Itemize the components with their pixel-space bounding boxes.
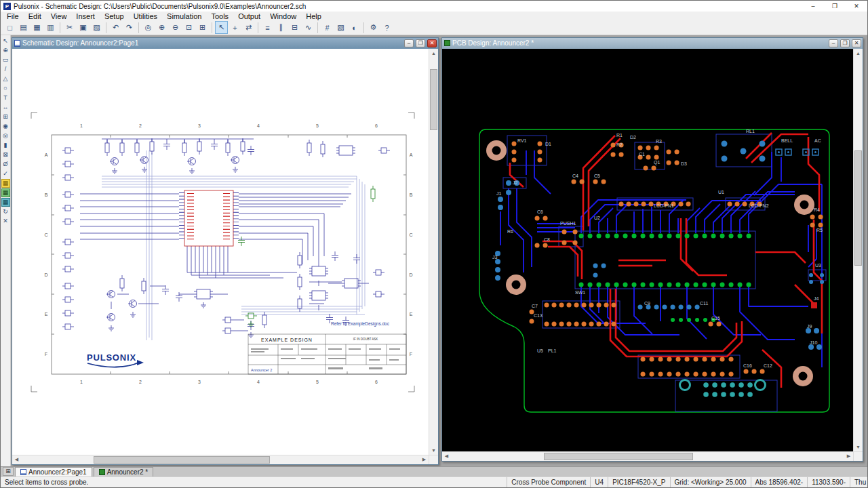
print-icon[interactable]: ▥: [44, 21, 57, 34]
pad-tool-icon[interactable]: ◉: [1, 122, 10, 131]
pcb-hscroll-thumb[interactable]: [544, 453, 693, 460]
pcb-scroll-up-icon[interactable]: ▲: [854, 49, 863, 58]
menu-window[interactable]: Window: [265, 12, 301, 21]
svg-text:3: 3: [198, 380, 201, 384]
schematic-vscroll-thumb[interactable]: [430, 69, 437, 130]
zoom-tool-icon[interactable]: ⊕: [1, 46, 10, 55]
keepout-tool-icon[interactable]: ⊠: [1, 150, 10, 159]
pcb-hscrollbar[interactable]: ◀ ▶: [442, 451, 853, 461]
menu-file[interactable]: File: [2, 12, 24, 21]
schematic-hscroll-thumb[interactable]: [94, 456, 270, 464]
new-file-icon[interactable]: □: [3, 21, 16, 34]
help-icon[interactable]: ?: [380, 21, 393, 34]
component-tool-icon[interactable]: ⊞: [1, 113, 10, 121]
component-icon[interactable]: ⊟: [288, 21, 301, 34]
pcb-canvas[interactable]: RV1 D1 R1 R2 D2 R3 C1 Q1 D3 RL1 BELL: [442, 49, 853, 451]
copper-tool-icon[interactable]: ▮: [1, 141, 10, 150]
nets-icon[interactable]: ≡: [261, 21, 274, 34]
dimension-tool-icon[interactable]: ↔: [1, 103, 10, 112]
paste-icon[interactable]: ▨: [90, 21, 103, 34]
frame-tool-icon[interactable]: ▭: [1, 56, 10, 64]
line-tool-icon[interactable]: /: [1, 65, 10, 74]
via-tool-icon[interactable]: ◎: [1, 131, 10, 140]
copy-icon[interactable]: ▣: [77, 21, 90, 34]
measure-tool-icon[interactable]: Ø: [1, 160, 10, 169]
bus-icon[interactable]: ∥: [275, 21, 288, 34]
schematic-vscrollbar[interactable]: ▲ ▼: [429, 49, 438, 455]
select-mode-icon[interactable]: ↖: [215, 21, 228, 34]
sc-scroll-up-icon[interactable]: ▲: [429, 49, 438, 58]
sc-scroll-down-icon[interactable]: ▼: [429, 446, 438, 455]
colors-icon[interactable]: ◐: [348, 21, 361, 34]
wire-icon[interactable]: ∿: [302, 21, 315, 34]
minimize-button[interactable]: –: [802, 1, 824, 12]
pcb-scroll-right-icon[interactable]: ▶: [844, 452, 853, 461]
zoom-full-icon[interactable]: ⊞: [196, 21, 209, 34]
pcb-ref-label: D3: [681, 161, 687, 166]
cut-icon[interactable]: ✂: [63, 21, 76, 34]
select-tool-icon[interactable]: ↖: [1, 37, 10, 45]
redo-icon[interactable]: ↷: [123, 21, 136, 34]
maximize-button[interactable]: ❐: [824, 1, 846, 12]
settings-icon[interactable]: ⚙: [367, 21, 380, 34]
svg-text:5: 5: [316, 380, 319, 384]
menu-help[interactable]: Help: [301, 12, 326, 21]
circle-tool-icon[interactable]: ○: [1, 84, 10, 93]
layer-green-icon[interactable]: ▦: [1, 188, 10, 197]
tab-announcer2-page1[interactable]: Announcer2:Page1: [15, 467, 92, 476]
pcb-window-titlebar[interactable]: PCB Design: Announcer2 * – ❐ ✕: [442, 38, 863, 49]
schematic-window-titlebar[interactable]: Schematic Design: Announcer2:Page1 – ❐ ✕: [12, 38, 438, 49]
close-button[interactable]: ✕: [846, 1, 867, 12]
layers-icon[interactable]: ▧: [334, 21, 347, 34]
pan-mode-icon[interactable]: +: [229, 21, 241, 34]
tab-panes-button[interactable]: ⊞: [3, 467, 14, 476]
svg-text:3: 3: [198, 123, 201, 128]
delete-tool-icon[interactable]: ✕: [1, 217, 10, 226]
pcb-scroll-left-icon[interactable]: ◀: [442, 452, 451, 461]
svg-text:4: 4: [257, 123, 260, 128]
menu-tools[interactable]: Tools: [206, 12, 233, 21]
schematic-maximize-button[interactable]: ❐: [416, 39, 425, 47]
refresh-tool-icon[interactable]: ↻: [1, 207, 10, 216]
pcb-vscroll-thumb[interactable]: [854, 150, 862, 266]
check-tool-icon[interactable]: ✓: [1, 169, 10, 178]
schematic-close-button[interactable]: ✕: [427, 39, 437, 47]
save-file-icon[interactable]: ▦: [31, 21, 43, 34]
menu-simulation[interactable]: Simulation: [162, 12, 206, 21]
pcb-maximize-button[interactable]: ❐: [840, 39, 850, 47]
svg-text:D: D: [44, 272, 47, 277]
layer-teal-icon[interactable]: ▦: [1, 198, 10, 207]
schematic-canvas[interactable]: 123456 123456 ABCDEF ABCDEF: [12, 49, 429, 455]
find-icon[interactable]: ◎: [142, 21, 155, 34]
zoom-window-icon[interactable]: ⊡: [182, 21, 195, 34]
grid-toggle-icon[interactable]: #: [321, 21, 334, 34]
schematic-hscrollbar[interactable]: ◀ ▶: [12, 455, 429, 464]
svg-text:F: F: [410, 352, 412, 357]
menu-setup[interactable]: Setup: [100, 12, 129, 21]
status-clock: Thu: [850, 477, 867, 487]
sc-scroll-left-icon[interactable]: ◀: [12, 455, 21, 464]
sc-scroll-right-icon[interactable]: ▶: [420, 455, 429, 464]
cross-probe-icon[interactable]: ⇄: [242, 21, 255, 34]
tab-announcer2-pcb[interactable]: Announcer2 *: [94, 467, 154, 476]
svg-text:1: 1: [80, 123, 83, 128]
schematic-minimize-button[interactable]: –: [404, 39, 414, 47]
pcb-minimize-button[interactable]: –: [829, 39, 838, 47]
open-file-icon[interactable]: ▤: [17, 21, 30, 34]
zoom-out-icon[interactable]: ⊖: [169, 21, 182, 34]
menu-insert[interactable]: Insert: [71, 12, 100, 21]
undo-icon[interactable]: ↶: [109, 21, 122, 34]
zoom-in-icon[interactable]: ⊕: [155, 21, 168, 34]
pcb-scroll-down-icon[interactable]: ▼: [854, 443, 863, 451]
pcb-ref-label: D2: [630, 135, 636, 140]
layer-yellow-icon[interactable]: ▦: [1, 179, 10, 188]
polygon-tool-icon[interactable]: △: [1, 75, 10, 83]
pcb-vscrollbar[interactable]: ▲ ▼: [853, 49, 863, 451]
menu-edit[interactable]: Edit: [24, 12, 46, 21]
menu-utilities[interactable]: Utilities: [129, 12, 162, 21]
menu-output[interactable]: Output: [233, 12, 265, 21]
menu-view[interactable]: View: [46, 12, 72, 21]
text-tool-icon[interactable]: T: [1, 94, 10, 102]
pcb-close-button[interactable]: ✕: [852, 39, 861, 47]
toolbar-separator: [258, 22, 258, 33]
